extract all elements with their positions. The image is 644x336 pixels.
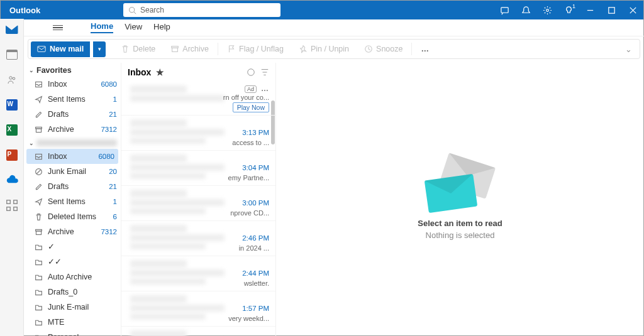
reading-pane: Select an item to read Nothing is select… [276, 63, 644, 336]
toolbar-collapse[interactable]: ⌄ [620, 45, 637, 54]
folder-icon [34, 333, 43, 337]
flag-button[interactable]: Flag / Unflag [221, 45, 290, 53]
message-list-header: Inbox ★ [121, 63, 275, 82]
folder--[interactable]: ✓ [24, 239, 121, 254]
message-item[interactable]: 1:57 PM very weekd... [121, 291, 275, 327]
archive-button[interactable]: Archive [164, 45, 215, 53]
folder-sent-items[interactable]: Sent Items 1 [24, 194, 121, 209]
svg-line-1 [134, 11, 136, 13]
folder-personal[interactable]: Personal [24, 330, 121, 336]
archive-icon [34, 126, 43, 134]
empty-subtitle: Nothing is selected [426, 230, 495, 240]
folder-icon [34, 258, 43, 266]
menu-help[interactable]: Help [153, 22, 170, 33]
maximize-button[interactable] [601, 1, 622, 19]
minimize-button[interactable] [579, 1, 601, 19]
message-item[interactable]: 3:04 PM emy Partne... [121, 151, 275, 186]
powerpoint-tile[interactable] [5, 148, 19, 162]
folder-icon [34, 273, 43, 281]
menu-view[interactable]: View [125, 22, 142, 33]
message-snippet: very weekd... [228, 315, 269, 322]
account-header[interactable]: ⌄ [24, 137, 121, 149]
empty-title: Select an item to read [418, 219, 502, 228]
search-placeholder: Search [140, 6, 164, 14]
folder-mte[interactable]: MTE [24, 315, 121, 330]
favorite-sent items[interactable]: Sent Items 1 [24, 92, 121, 107]
svg-rect-20 [36, 128, 41, 132]
folder-drafts-0[interactable]: Drafts_0 [24, 285, 121, 300]
folder-inbox[interactable]: Inbox 6080 [26, 149, 118, 164]
message-time: 2:44 PM [242, 269, 269, 277]
delete-button[interactable]: Delete [114, 45, 162, 53]
message-item[interactable]: 1:05 PM n blog Red [121, 327, 275, 336]
folder-archive[interactable]: Archive 7312 [24, 224, 121, 239]
notifications-icon[interactable] [515, 1, 536, 19]
filter-icon[interactable] [260, 68, 269, 77]
svg-rect-11 [13, 200, 17, 204]
search-icon [128, 6, 136, 14]
ad-menu-icon[interactable]: … [261, 84, 269, 93]
pin-button[interactable]: Pin / Unpin [292, 45, 355, 53]
mail-rail-icon[interactable] [5, 23, 19, 36]
message-item[interactable]: 3:13 PM access to ... [121, 116, 275, 151]
folder--[interactable]: ✓✓ [24, 254, 121, 269]
favorite-archive[interactable]: Archive 7312 [24, 122, 121, 137]
folder-drafts[interactable]: Drafts 21 [24, 179, 121, 194]
inbox-icon [34, 153, 43, 161]
more-apps-icon[interactable] [5, 198, 19, 212]
message-snippet: access to ... [232, 139, 269, 146]
hamburger-icon[interactable] [53, 24, 63, 31]
svg-line-23 [36, 170, 41, 174]
folder-title: Inbox [128, 67, 151, 77]
archive-icon [34, 228, 43, 236]
app-name: Outlook [1, 6, 123, 15]
snooze-button[interactable]: Snooze [358, 45, 409, 53]
svg-rect-25 [36, 230, 41, 234]
people-rail-icon[interactable] [5, 73, 19, 87]
settings-icon[interactable] [536, 1, 558, 19]
new-mail-dropdown[interactable]: ▾ [93, 41, 106, 57]
folder-tree: ⌄Favorites Inbox 6080 Sent Items 1 Draft… [24, 63, 121, 336]
calendar-rail-icon[interactable] [5, 48, 19, 62]
menu-home[interactable]: Home [91, 21, 113, 33]
folder-deleted-items[interactable]: Deleted Items 6 [24, 209, 121, 224]
message-list-body[interactable]: Ad … rn off your co... Play Now 3:13 PM … [121, 82, 275, 336]
svg-point-3 [546, 9, 548, 11]
sent-icon [34, 198, 43, 206]
favorites-header[interactable]: ⌄Favorites [24, 64, 121, 77]
onedrive-tile[interactable] [5, 173, 19, 187]
more-actions-button[interactable]: … [414, 45, 435, 53]
star-icon[interactable]: ★ [156, 67, 164, 77]
word-tile[interactable] [5, 98, 19, 112]
ad-item[interactable]: Ad … rn off your co... Play Now [121, 82, 275, 116]
svg-point-0 [130, 7, 135, 12]
message-list: Inbox ★ Ad … rn off your co... Play Now [121, 63, 276, 336]
folder-auto-archive[interactable]: Auto Archive [24, 269, 121, 285]
folder-icon [34, 243, 43, 251]
message-item[interactable]: 3:00 PM nprove CD... [121, 186, 275, 221]
left-rail [0, 19, 24, 336]
drafts-icon [34, 111, 43, 119]
tips-icon[interactable]: 1 [558, 1, 579, 19]
svg-rect-12 [6, 207, 10, 211]
select-icon[interactable] [247, 68, 255, 77]
favorite-inbox[interactable]: Inbox 6080 [24, 77, 121, 92]
svg-rect-16 [172, 48, 178, 51]
message-item[interactable]: 2:46 PM in 2024 ... [121, 221, 275, 256]
new-mail-button[interactable]: New mail [31, 41, 90, 57]
ad-cta-button[interactable]: Play Now [233, 102, 269, 112]
favorite-drafts[interactable]: Drafts 21 [24, 107, 121, 122]
message-time: 2:46 PM [242, 234, 269, 242]
junk-icon [34, 168, 43, 176]
close-button[interactable] [622, 1, 643, 19]
folder-junk-e-mail[interactable]: Junk E-mail [24, 300, 121, 315]
message-time: 3:04 PM [242, 164, 269, 171]
teams-icon[interactable] [494, 1, 515, 19]
message-item[interactable]: 2:44 PM wsletter. [121, 256, 275, 291]
search-input[interactable]: Search [123, 3, 280, 17]
svg-rect-2 [501, 7, 508, 12]
message-time: 1:57 PM [242, 305, 269, 312]
drafts-icon [34, 183, 43, 191]
folder-junk-email[interactable]: Junk Email 20 [24, 164, 121, 179]
excel-tile[interactable] [5, 123, 19, 137]
